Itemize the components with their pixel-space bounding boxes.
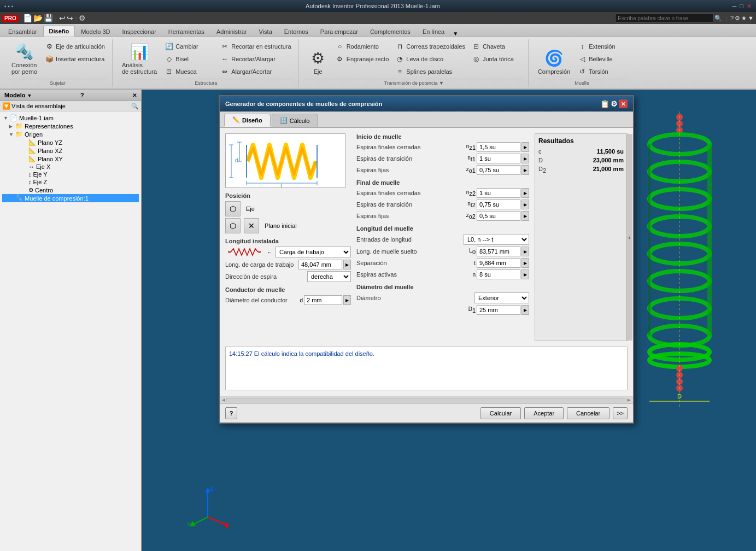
dialog-icon2[interactable]: ⚙: [611, 99, 618, 108]
qa-save[interactable]: 💾: [44, 14, 53, 22]
dialog-tab-diseno[interactable]: ✏️ Diseño: [224, 114, 271, 127]
tab-paraempezar[interactable]: Para empezar: [314, 26, 364, 37]
final-cerradas-arrow[interactable]: ▶: [521, 188, 529, 198]
results-collapse-btn[interactable]: ‹: [626, 134, 632, 341]
separacion-arrow[interactable]: ▶: [521, 258, 529, 268]
qa-open[interactable]: 📂: [33, 14, 43, 22]
tree-item-origen[interactable]: ▼ 📁 Origen: [2, 130, 139, 138]
btn-muesca[interactable]: ⊡ Muesca: [162, 66, 216, 78]
eje-select-btn[interactable]: ⬡: [225, 201, 241, 216]
minimize-btn[interactable]: ─: [732, 3, 737, 10]
panel-close[interactable]: ✕: [132, 92, 137, 98]
tab-entornos[interactable]: Entornos: [278, 26, 314, 37]
dialog-scrollbar[interactable]: ◄ ►: [220, 396, 633, 403]
dialog-help-btn[interactable]: ?: [225, 407, 237, 419]
close-btn[interactable]: ✕: [747, 3, 752, 10]
btn-splines[interactable]: ≡ Splines paralelas: [392, 66, 468, 78]
btn-leva[interactable]: ◔ Leva de disco: [392, 53, 468, 65]
btn-extension[interactable]: ↕ Extensión: [575, 40, 630, 52]
inicio-fijas-arrow[interactable]: ▶: [521, 165, 529, 175]
btn-eje-articulacion[interactable]: ⚙ Eje de articulación: [42, 40, 108, 52]
dialog-icon1[interactable]: 📋: [600, 99, 610, 108]
final-transicion-input[interactable]: [477, 200, 520, 209]
tab-inspeccionar[interactable]: Inspeccionar: [116, 26, 162, 37]
tree-item-muelle1iam[interactable]: ▼ 📄 Muelle-1.iam: [2, 114, 139, 122]
dialog[interactable]: Generador de componentes de muelles de c…: [219, 95, 634, 424]
tree-item-ejez[interactable]: ↕ Eje Z: [2, 178, 139, 186]
entradas-longitud-select[interactable]: L0, n --> t: [464, 234, 529, 245]
btn-recortar-alargar[interactable]: ↔ Recortar/Alargar: [218, 53, 294, 65]
inicio-fijas-input[interactable]: [477, 165, 520, 175]
long-carga-input[interactable]: [298, 260, 342, 269]
btn-conexion-perno[interactable]: 🔩 Conexiónpor perno: [8, 40, 41, 78]
btn-rodamiento[interactable]: ○ Rodamiento: [333, 40, 392, 52]
btn-cambiar[interactable]: 🔄 Cambiar: [162, 40, 216, 52]
inicio-cerradas-input[interactable]: [477, 142, 520, 152]
tab-complementos[interactable]: Complementos: [364, 26, 417, 37]
maximize-btn[interactable]: □: [740, 3, 743, 10]
tree-item-representaciones[interactable]: ▶ 📁 Representaciones: [2, 122, 139, 130]
long-suelto-input[interactable]: [477, 247, 520, 256]
final-fijas-input[interactable]: [477, 211, 520, 221]
btn-analisis-estructura[interactable]: 📊 Análisisde estructura: [118, 40, 161, 78]
inicio-cerradas-arrow[interactable]: ▶: [521, 142, 529, 152]
qa-redo[interactable]: ↪: [67, 14, 73, 22]
search-input[interactable]: [615, 14, 713, 22]
carga-select[interactable]: Carga de trabajo: [276, 247, 351, 257]
tree-item-ejex[interactable]: ↔ Eje X: [2, 163, 139, 171]
conductor-diam-input[interactable]: [304, 295, 342, 305]
plano-flip-btn[interactable]: ✕: [244, 218, 259, 233]
search-icon[interactable]: 🔍: [714, 15, 722, 22]
espiras-activas-arrow[interactable]: ▶: [521, 269, 529, 279]
long-carga-arrow[interactable]: ▶: [343, 260, 351, 269]
qa-undo[interactable]: ↩: [59, 14, 66, 22]
btn-torsion[interactable]: ↺ Torsión: [575, 66, 630, 78]
btn-correas[interactable]: ⊓ Correas trapezoidales: [392, 40, 468, 52]
aceptar-btn[interactable]: Aceptar: [524, 407, 564, 419]
filter-icon[interactable]: 🔽: [2, 102, 10, 110]
tab-vista[interactable]: Vista: [253, 26, 278, 37]
tree-item-centro[interactable]: ⊕ Centro: [2, 186, 139, 194]
ribbon-more[interactable]: ▼: [453, 31, 458, 37]
d1-input[interactable]: [477, 305, 520, 315]
btn-insertar-estructura[interactable]: 📦 Insertar estructura: [42, 53, 108, 65]
btn-recortar-estructura[interactable]: ✂ Recortar en estructura: [218, 40, 294, 52]
espiras-activas-input[interactable]: [477, 269, 520, 279]
final-cerradas-input[interactable]: [477, 188, 520, 198]
calcular-btn[interactable]: Calcular: [480, 407, 521, 419]
more-btn[interactable]: >>: [613, 407, 628, 419]
qa-new[interactable]: 📄: [23, 14, 32, 22]
dialog-tab-calculo[interactable]: 🔢 Cálculo: [272, 114, 318, 127]
tree-item-ejey[interactable]: ↕ Eje Y: [2, 171, 139, 178]
separacion-input[interactable]: [477, 258, 520, 268]
view-selector[interactable]: Vista de ensamblaje: [11, 103, 130, 109]
btn-chaveta[interactable]: ⊟ Chaveta: [469, 40, 524, 52]
tab-diseno[interactable]: Diseño: [43, 26, 75, 37]
tab-ensamblar[interactable]: Ensamblar: [2, 26, 43, 37]
long-suelto-arrow[interactable]: ▶: [521, 247, 529, 256]
btn-belleville[interactable]: ◁ Belleville: [575, 53, 630, 65]
dialog-close-btn[interactable]: ✕: [619, 99, 628, 108]
btn-bisel[interactable]: ◇ Bisel: [162, 53, 216, 65]
tree-item-muelle-compresion[interactable]: 🔧 Muelle de compresión:1: [2, 194, 139, 202]
tab-administrar[interactable]: Administrar: [210, 26, 253, 37]
panel-help[interactable]: ?: [80, 92, 84, 98]
qa-extra[interactable]: ⚙: [79, 14, 86, 22]
search-tree-icon[interactable]: 🔍: [131, 103, 139, 110]
btn-alargar-acortar[interactable]: ⇔ Alargar/Acortar: [218, 66, 294, 78]
btn-engranaje[interactable]: ⚙ Engranaje recto: [333, 53, 392, 65]
diametro-select[interactable]: Exterior Interior Medio: [474, 292, 529, 303]
tree-item-planoxz[interactable]: 📐 Plano XZ: [2, 146, 139, 155]
expand-icon[interactable]: ▼: [748, 15, 754, 21]
btn-junta[interactable]: ◎ Junta tórica: [469, 53, 524, 65]
scrollbar-thumb[interactable]: [227, 398, 626, 402]
cancelar-btn[interactable]: Cancelar: [567, 407, 610, 419]
settings-icon[interactable]: ⚙: [735, 15, 740, 22]
btn-eje[interactable]: ⚙ Eje: [304, 40, 332, 78]
final-fijas-arrow[interactable]: ▶: [521, 211, 529, 221]
tree-item-planoxy[interactable]: 📐 Plano XY: [2, 155, 139, 163]
tab-enlinea[interactable]: En línea: [417, 26, 450, 37]
scrollbar-track[interactable]: [226, 398, 626, 402]
tab-modelo3d[interactable]: Modelo 3D: [75, 26, 116, 37]
final-transicion-arrow[interactable]: ▶: [521, 200, 529, 209]
